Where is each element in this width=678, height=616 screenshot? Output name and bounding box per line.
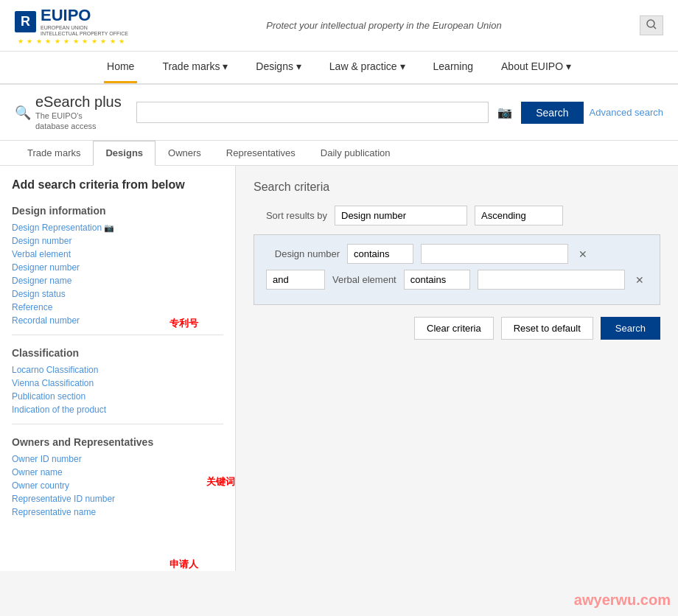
nav-law[interactable]: Law & practice ▾ [326, 52, 408, 83]
link-vienna[interactable]: Vienna Classification [12, 378, 223, 388]
link-rep-name[interactable]: Representative name [12, 507, 223, 517]
advanced-search-link[interactable]: Advanced search [590, 107, 663, 118]
main-content: Add search criteria from below Design in… [0, 166, 678, 571]
link-publication-section[interactable]: Publication section [12, 391, 223, 402]
link-owner-name[interactable]: Owner name [12, 467, 223, 477]
logo-area: R EUIPO EUROPEAN UNION INTELLECTUAL PROP… [15, 6, 128, 45]
link-recordal-number[interactable]: Recordal number [12, 315, 223, 326]
esearch-title-area: 🔍 eSearch plus The EUIPO's database acce… [15, 94, 122, 132]
criteria-row-verbal: and or not Verbal element contains equal… [266, 270, 648, 290]
criteria-section: Design number contains equals starts wit… [254, 234, 660, 305]
design-number-delete[interactable]: ✕ [576, 247, 590, 262]
design-info-title: Design information [12, 205, 223, 217]
logo-name: EUIPO EUROPEAN UNION INTELLECTUAL PROPER… [41, 6, 128, 38]
header: R EUIPO EUROPEAN UNION INTELLECTUAL PROP… [0, 0, 678, 52]
tab-owners[interactable]: Owners [155, 141, 214, 165]
link-design-status[interactable]: Design status [12, 289, 223, 299]
sort-label: Sort results by [254, 210, 327, 221]
owners-reps-title: Owners and Representatives [12, 436, 223, 448]
nav-bar: Home Trade marks ▾ Designs ▾ Law & pract… [0, 52, 678, 85]
classification-title: Classification [12, 347, 223, 359]
camera-search-button[interactable]: 📷 [494, 102, 515, 122]
left-panel-heading: Add search criteria from below [12, 178, 223, 193]
header-tagline: Protect your intellectual property in th… [128, 20, 640, 31]
sort-by-select[interactable]: Design number Filing date Registration d… [335, 206, 467, 225]
nav-trademarks[interactable]: Trade marks ▾ [159, 52, 231, 83]
link-reference[interactable]: Reference [12, 302, 223, 312]
header-search-icon[interactable] [640, 15, 663, 35]
connector-select[interactable]: and or not [266, 270, 325, 290]
link-designer-number[interactable]: Designer number [12, 262, 223, 273]
esearch-header: 🔍 eSearch plus The EUIPO's database acce… [0, 85, 678, 141]
link-design-number[interactable]: Design number [12, 236, 223, 246]
design-number-operator[interactable]: contains equals starts with [347, 244, 413, 264]
link-verbal-element[interactable]: Verbal element [12, 249, 223, 259]
verbal-element-label: Verbal element [332, 274, 396, 285]
sort-order-select[interactable]: Ascending Descending [475, 206, 563, 225]
link-locarno[interactable]: Locarno Classification [12, 365, 223, 375]
design-number-input[interactable] [421, 244, 568, 264]
main-search-bar: 📷 Search Advanced search [136, 102, 663, 124]
main-search-button[interactable]: Search [521, 102, 583, 124]
verbal-element-delete[interactable]: ✕ [632, 273, 647, 287]
nav-designs[interactable]: Designs ▾ [253, 52, 304, 83]
clear-criteria-button[interactable]: Clear criteria [414, 317, 494, 340]
action-buttons: Clear criteria Reset to default Search [254, 317, 660, 340]
criteria-title: Search criteria [254, 181, 660, 194]
tab-designs[interactable]: Designs [93, 141, 155, 166]
link-designer-name[interactable]: Designer name [12, 276, 223, 286]
link-rep-id[interactable]: Representative ID number [12, 494, 223, 504]
sort-row: Sort results by Design number Filing dat… [254, 206, 660, 225]
verbal-element-operator[interactable]: contains equals starts with [404, 270, 470, 290]
link-indication-product[interactable]: Indication of the product [12, 405, 223, 415]
search-button[interactable]: Search [601, 317, 660, 340]
link-owner-country[interactable]: Owner country [12, 480, 223, 491]
verbal-element-input[interactable] [478, 270, 625, 290]
design-number-label: Design number [266, 248, 340, 259]
logo-box: R EUIPO EUROPEAN UNION INTELLECTUAL PROP… [15, 6, 128, 45]
link-owner-id[interactable]: Owner ID number [12, 454, 223, 464]
tab-trademarks[interactable]: Trade marks [15, 141, 93, 165]
nav-home[interactable]: Home [104, 52, 137, 83]
criteria-row-design-number: Design number contains equals starts wit… [266, 244, 648, 264]
svg-point-0 [647, 20, 654, 27]
main-search-input[interactable] [136, 102, 489, 123]
tab-representatives[interactable]: Representatives [214, 141, 308, 165]
svg-line-1 [654, 27, 656, 29]
search-icon: 🔍 [15, 105, 31, 121]
camera-icon: 📷 [104, 223, 114, 232]
right-panel: Search criteria Sort results by Design n… [236, 166, 678, 571]
nav-learning[interactable]: Learning [430, 52, 477, 83]
search-tabs: Trade marks Designs Owners Representativ… [0, 141, 678, 166]
logo-stars: ★ ★ ★ ★ ★ ★ ★ ★ ★ ★ ★ ★ [18, 38, 126, 45]
logo-r-box: R [15, 11, 36, 32]
tab-daily-publication[interactable]: Daily publication [308, 141, 403, 165]
link-design-representation[interactable]: Design Representation 📷 [12, 223, 223, 233]
esearch-subtitle: The EUIPO's database access [35, 111, 122, 132]
esearch-title-text: eSearch plus [35, 94, 122, 111]
left-panel: Add search criteria from below Design in… [0, 166, 236, 571]
nav-about[interactable]: About EUIPO ▾ [498, 52, 574, 83]
reset-default-button[interactable]: Reset to default [501, 317, 593, 340]
